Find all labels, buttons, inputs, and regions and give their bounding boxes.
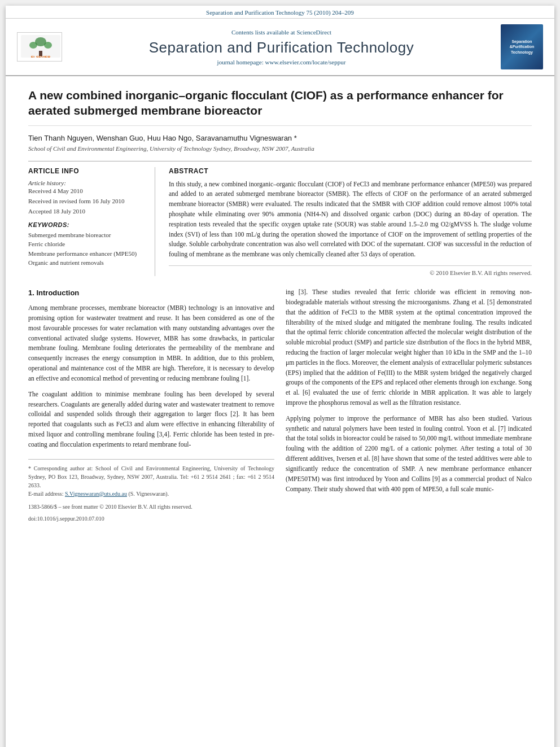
article-authors: Tien Thanh Nguyen, Wenshan Guo, Huu Hao … [28,134,532,142]
accepted-date: Accepted 18 July 2010 [28,208,141,215]
article-content: A new combined inorganic–organic floccul… [6,76,554,747]
journal-homepage: journal homepage: www.elsevier.com/locat… [73,59,489,65]
doi-line: doi:10.1016/j.seppur.2010.07.010 [28,514,274,523]
svg-point-3 [44,42,52,49]
elsevier-logo-block: ELSEVIER [17,32,62,62]
top-bar: Separation and Purification Technology 7… [6,6,554,19]
copyright-line: © 2010 Elsevier B.V. All rights reserved… [169,265,532,276]
keywords-label: Keywords: [28,221,141,228]
article-affiliation: School of Civil and Environmental Engine… [28,145,532,152]
email-link[interactable]: S.Vigneswaran@uts.edu.au [65,491,127,497]
article-info-label: ARTICLE INFO [28,167,141,175]
email-line: E-mail address: S.Vigneswaran@uts.edu.au… [28,490,274,498]
received-revised-date: Received in revised form 16 July 2010 [28,198,141,204]
page: Separation and Purification Technology 7… [6,6,554,747]
abstract-label: ABSTRACT [169,167,532,175]
article-meta-row: ARTICLE INFO Article history: Received 4… [28,161,532,277]
divider [155,167,155,277]
authors-text: Tien Thanh Nguyen, Wenshan Guo, Huu Hao … [28,134,297,142]
elsevier-tree-icon: ELSEVIER [21,35,60,58]
abstract-text: In this study, a new combined inorganic–… [169,180,532,260]
received-date: Received 4 May 2010 [28,187,141,194]
body-right-column: ing [3]. These studies revealed that fer… [286,287,532,523]
body-para-4: Applying polymer to improve the performa… [286,414,532,495]
journal-cover-thumbnail: Separation &Purification Technology [501,24,543,69]
keyword-3: Membrane performance enhancer (MPE50) [28,249,141,259]
journal-title: Separation and Purification Technology [73,39,489,56]
elsevier-logo: ELSEVIER [17,32,62,62]
body-para-3: ing [3]. These studies revealed that fer… [286,287,532,408]
footnote-area: * Corresponding author at: School of Civ… [28,459,274,523]
article-history-label: Article history: [28,180,141,186]
sciencedirect-label: Contents lists available at ScienceDirec… [73,29,489,36]
journal-title-block: Contents lists available at ScienceDirec… [62,29,501,65]
section-1-heading: 1. Introduction [28,287,274,299]
keywords-section: Keywords: Submerged membrane bioreactor … [28,221,141,268]
keyword-4: Organic and nutrient removals [28,258,141,268]
body-para-2: The coagulant addition to minimise membr… [28,390,274,450]
body-columns: 1. Introduction Among membrane processes… [28,287,532,523]
issn-line: 1383-5866/$ – see front matter © 2010 El… [28,503,274,511]
corresponding-author-note: * Corresponding author at: School of Civ… [28,464,274,490]
email-label: E-mail address: [28,491,63,497]
abstract-column: ABSTRACT In this study, a new combined i… [169,167,532,277]
keyword-1: Submerged membrane bioreactor [28,230,141,240]
journal-header: ELSEVIER Contents lists available at Sci… [6,19,554,76]
body-left-column: 1. Introduction Among membrane processes… [28,287,274,523]
citation-text: Separation and Purification Technology 7… [206,9,354,16]
body-para-1: Among membrane processes, membrane biore… [28,303,274,384]
keyword-2: Ferric chloride [28,239,141,249]
article-title: A new combined inorganic–organic floccul… [28,88,532,126]
cover-title-text: Separation &Purification Technology [503,39,541,54]
svg-point-2 [29,42,37,49]
article-info-column: ARTICLE INFO Article history: Received 4… [28,167,141,277]
svg-text:ELSEVIER: ELSEVIER [31,55,51,58]
email-note: (S. Vigneswaran). [128,491,169,497]
